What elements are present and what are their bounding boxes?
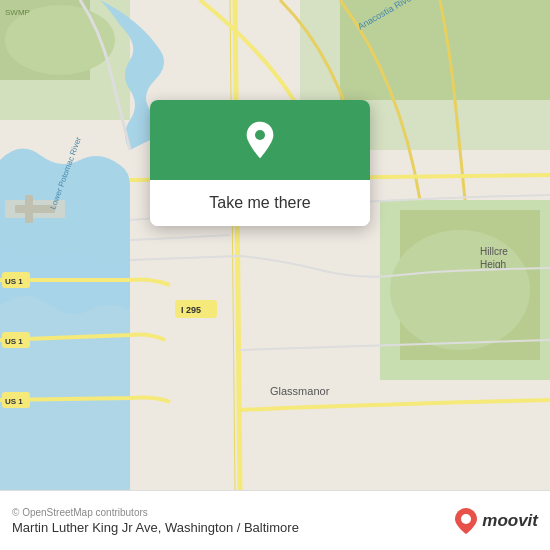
map-background: I 295 US 1 US 1 US 1 I 295 Glassmanor Hi… [0,0,550,490]
svg-text:US 1: US 1 [5,397,23,406]
osm-attribution: © OpenStreetMap contributors [12,507,299,518]
svg-text:Glassmanor: Glassmanor [270,385,330,397]
svg-text:US 1: US 1 [5,337,23,346]
location-name: Martin Luther King Jr Ave, Washington / … [12,520,299,535]
take-me-there-button[interactable]: Take me there [150,180,370,226]
svg-point-31 [461,514,471,524]
moovit-logo: moovit [454,507,538,535]
svg-text:I 295: I 295 [181,305,201,315]
location-info: © OpenStreetMap contributors Martin Luth… [12,507,454,535]
moovit-brand-text: moovit [482,511,538,531]
svg-point-30 [255,130,265,140]
svg-text:Hillcre: Hillcre [480,246,508,257]
svg-text:US 1: US 1 [5,277,23,286]
bottom-bar: © OpenStreetMap contributors Martin Luth… [0,490,550,550]
popup-card: Take me there [150,100,370,226]
map-container: I 295 US 1 US 1 US 1 I 295 Glassmanor Hi… [0,0,550,490]
svg-rect-24 [25,195,33,223]
svg-text:SWMP: SWMP [5,8,30,17]
location-pin-icon [240,120,280,160]
popup-green-area [150,100,370,180]
svg-point-6 [390,230,530,350]
moovit-pin-icon [454,507,478,535]
